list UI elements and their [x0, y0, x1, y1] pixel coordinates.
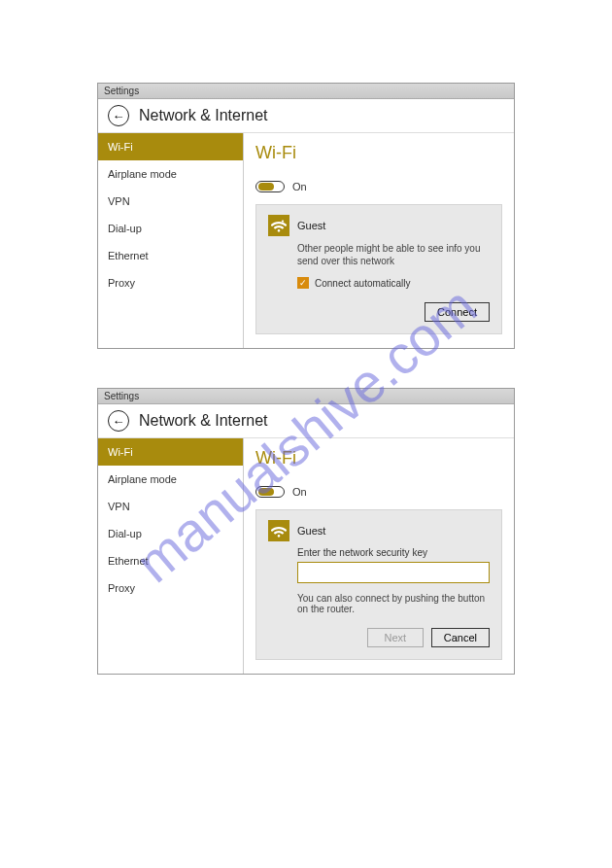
network-card: Guest Enter the network security key You… [255, 509, 502, 660]
main-panel: Wi-Fi On Guest Enter the network securit… [244, 438, 514, 674]
sidebar-item-vpn[interactable]: VPN [98, 493, 243, 520]
page-title: Wi-Fi [255, 448, 502, 469]
wifi-toggle[interactable] [255, 181, 285, 192]
header-bar: ← Network & Internet [98, 99, 514, 133]
sidebar: Wi-Fi Airplane mode VPN Dial-up Ethernet… [98, 438, 244, 674]
wifi-toggle[interactable] [255, 486, 285, 498]
network-card: Guest Other people might be able to see … [255, 204, 502, 334]
wifi-toggle-label: On [292, 181, 307, 192]
header-title: Network & Internet [139, 412, 268, 430]
sidebar-item-vpn[interactable]: VPN [98, 188, 243, 215]
window-titlebar: Settings [98, 84, 514, 99]
header-bar: ← Network & Internet [98, 404, 514, 438]
arrow-left-icon: ← [113, 110, 125, 122]
arrow-left-icon: ← [113, 415, 125, 428]
sidebar-item-proxy[interactable]: Proxy [98, 269, 243, 296]
header-title: Network & Internet [139, 107, 268, 124]
connect-auto-row[interactable]: ✓ Connect automatically [297, 277, 490, 289]
wifi-toggle-label: On [292, 486, 307, 498]
sidebar-item-ethernet[interactable]: Ethernet [98, 547, 243, 574]
network-name: Guest [297, 220, 325, 231]
sidebar-item-dialup[interactable]: Dial-up [98, 215, 243, 242]
sidebar: Wi-Fi Airplane mode VPN Dial-up Ethernet… [98, 133, 244, 348]
cancel-button[interactable]: Cancel [431, 628, 490, 647]
sidebar-item-ethernet[interactable]: Ethernet [98, 242, 243, 269]
checkbox-icon: ✓ [297, 277, 309, 289]
sidebar-item-dialup[interactable]: Dial-up [98, 520, 243, 547]
sidebar-item-proxy[interactable]: Proxy [98, 574, 243, 602]
sidebar-item-wifi[interactable]: Wi-Fi [98, 438, 243, 466]
main-panel: Wi-Fi On Guest Other people might be abl… [244, 133, 514, 348]
wifi-open-icon [268, 215, 289, 236]
network-warning: Other people might be able to see info y… [297, 242, 490, 267]
back-button[interactable]: ← [108, 410, 129, 432]
page-title: Wi-Fi [255, 143, 502, 163]
window-titlebar: Settings [98, 389, 514, 404]
sidebar-item-airplane-mode[interactable]: Airplane mode [98, 466, 243, 493]
wifi-icon [268, 520, 289, 541]
sidebar-item-wifi[interactable]: Wi-Fi [98, 133, 243, 160]
sidebar-item-airplane-mode[interactable]: Airplane mode [98, 160, 243, 188]
connect-button[interactable]: Connect [425, 302, 490, 322]
wifi-toggle-row: On [255, 486, 502, 498]
settings-window-2: Settings ← Network & Internet Wi-Fi Airp… [97, 388, 515, 675]
wifi-toggle-row: On [255, 181, 502, 192]
settings-window-1: Settings ← Network & Internet Wi-Fi Airp… [97, 83, 515, 349]
connect-auto-label: Connect automatically [315, 278, 410, 289]
router-hint: You can also connect by pushing the butt… [297, 593, 490, 614]
next-button[interactable]: Next [367, 628, 424, 647]
network-name: Guest [297, 525, 325, 537]
back-button[interactable]: ← [108, 105, 129, 126]
security-key-input[interactable] [297, 562, 490, 583]
security-key-label: Enter the network security key [297, 547, 490, 558]
